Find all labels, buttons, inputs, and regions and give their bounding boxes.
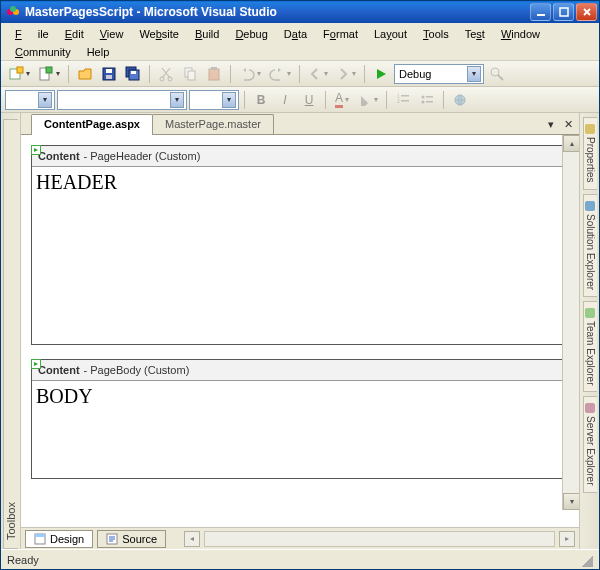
menu-data[interactable]: Data [276,25,315,43]
nav-back-button[interactable]: ▾ [305,63,331,85]
standard-toolbar: ▾ ▾ ▾ ▾ ▾ ▾ Debug ▾ [1,61,599,87]
source-icon [106,533,118,545]
find-button[interactable] [486,63,508,85]
start-debug-button[interactable] [370,63,392,85]
svg-rect-4 [560,8,568,16]
view-tab-design-label: Design [50,533,84,545]
smart-tag-icon[interactable]: ▸ [31,359,41,369]
menu-window[interactable]: Window [493,25,548,43]
svg-point-2 [10,6,16,12]
content-region-pagebody[interactable]: ▸ Content - PageBody (Custom) BODY [31,359,569,479]
bulleted-list-button[interactable] [416,89,438,111]
team-explorer-tab[interactable]: Team Explorer [583,301,597,392]
document-tabstrip: ContentPage.aspx MasterPage.master ▾ ✕ [21,113,579,135]
view-tab-source[interactable]: Source [97,530,166,548]
app-icon [5,4,21,20]
svg-rect-35 [35,534,45,537]
menubar: File Edit View Website Build Debug Data … [1,23,599,61]
window-title: MasterPagesScript - Microsoft Visual Stu… [25,5,277,19]
server-explorer-tab[interactable]: Server Explorer [583,396,597,492]
menu-community[interactable]: Community [7,43,79,61]
bold-button[interactable]: B [250,89,272,111]
right-dock: Properties Solution Explorer Team Explor… [579,113,599,549]
config-combo[interactable]: Debug ▾ [394,64,484,84]
backcolor-button[interactable]: ▾ [355,89,381,111]
svg-rect-28 [401,100,409,102]
hyperlink-button[interactable] [449,89,471,111]
status-text: Ready [7,554,39,566]
design-icon [34,533,46,545]
toolbox-tab[interactable]: Toolbox [3,119,18,549]
svg-rect-26 [401,95,409,97]
svg-point-23 [491,68,499,76]
main-area: Toolbox ContentPage.aspx MasterPage.mast… [1,113,599,549]
view-tab-design[interactable]: Design [25,530,93,548]
menu-test[interactable]: Test [457,25,493,43]
properties-tab[interactable]: Properties [583,117,597,190]
close-document-button[interactable]: ✕ [561,117,575,131]
minimize-button[interactable] [530,3,551,21]
add-item-button[interactable]: ▾ [35,63,63,85]
maximize-button[interactable] [553,3,574,21]
menu-layout[interactable]: Layout [366,25,415,43]
svg-rect-32 [426,101,433,103]
window-titlebar: MasterPagesScript - Microsoft Visual Stu… [1,1,599,23]
smart-tag-icon[interactable]: ▸ [31,145,41,155]
cut-button[interactable] [155,63,177,85]
menu-help[interactable]: Help [79,43,118,61]
open-button[interactable] [74,63,96,85]
numbered-list-button[interactable]: 12 [392,89,414,111]
region-body-header[interactable]: HEADER [32,167,568,344]
view-tabs: Design Source ◂ ▸ [21,527,579,549]
menu-format[interactable]: Format [315,25,366,43]
tab-contentpage[interactable]: ContentPage.aspx [31,114,153,135]
design-surface[interactable]: ▸ Content - PageHeader (Custom) HEADER ▸… [21,135,579,527]
svg-rect-12 [106,69,112,73]
menu-website[interactable]: Website [131,25,187,43]
svg-point-29 [422,95,425,98]
resize-gripper-icon[interactable] [579,553,593,567]
menu-view[interactable]: View [92,25,132,43]
tab-masterpage[interactable]: MasterPage.master [152,114,274,134]
svg-line-24 [498,75,503,80]
menu-build[interactable]: Build [187,25,227,43]
region-label-rest: - PageBody (Custom) [84,364,190,376]
underline-button[interactable]: U [298,89,320,111]
menu-debug[interactable]: Debug [227,25,275,43]
svg-rect-16 [131,71,136,74]
solution-explorer-tab[interactable]: Solution Explorer [583,194,597,297]
region-label-header: Content - PageHeader (Custom) [32,146,568,167]
scroll-right-icon[interactable]: ▸ [559,531,575,547]
scroll-left-icon[interactable]: ◂ [184,531,200,547]
tab-list-dropdown[interactable]: ▾ [544,117,558,131]
menu-edit[interactable]: Edit [57,25,92,43]
font-size-combo[interactable]: ▾ [189,90,239,110]
close-button[interactable] [576,3,597,21]
forecolor-button[interactable]: A▾ [331,89,353,111]
redo-button[interactable]: ▾ [266,63,294,85]
svg-rect-20 [188,71,195,80]
content-region-pageheader[interactable]: ▸ Content - PageHeader (Custom) HEADER [31,145,569,345]
paste-button[interactable] [203,63,225,85]
copy-button[interactable] [179,63,201,85]
new-project-button[interactable]: ▾ [5,63,33,85]
undo-button[interactable]: ▾ [236,63,264,85]
region-label-rest: - PageHeader (Custom) [84,150,201,162]
region-body-body[interactable]: BODY [32,381,568,478]
block-format-combo[interactable]: ▾ [5,90,55,110]
svg-rect-13 [106,75,112,79]
vertical-scrollbar[interactable]: ▴ ▾ [562,135,579,510]
font-family-combo[interactable]: ▾ [57,90,187,110]
save-all-button[interactable] [122,63,144,85]
document-area: ContentPage.aspx MasterPage.master ▾ ✕ ▸… [21,113,579,549]
scroll-up-icon[interactable]: ▴ [563,135,579,152]
save-button[interactable] [98,63,120,85]
scroll-down-icon[interactable]: ▾ [563,493,579,510]
italic-button[interactable]: I [274,89,296,111]
chevron-down-icon: ▾ [467,66,481,82]
nav-forward-button[interactable]: ▾ [333,63,359,85]
menu-tools[interactable]: Tools [415,25,457,43]
menu-file[interactable]: File [7,25,57,43]
region-label-strong: Content [38,150,80,162]
svg-rect-3 [537,14,545,16]
